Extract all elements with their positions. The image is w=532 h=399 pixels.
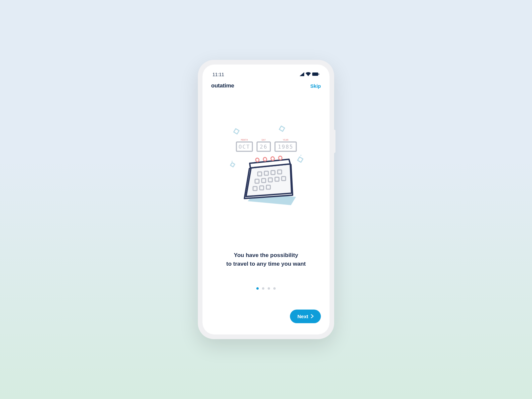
- footer: Next: [210, 310, 322, 327]
- next-button[interactable]: Next: [290, 310, 321, 323]
- value-year: 1985: [278, 144, 294, 150]
- cellular-icon: [300, 72, 304, 77]
- value-day: 26: [260, 144, 267, 150]
- app-title: outatime: [211, 82, 234, 89]
- svg-rect-0: [312, 72, 318, 76]
- app-header: outatime Skip: [210, 80, 322, 89]
- label-day: DAY: [262, 139, 266, 141]
- status-bar: 11:11: [210, 70, 322, 80]
- next-button-label: Next: [297, 314, 308, 319]
- caption-line-2: to travel to any time you want: [214, 260, 318, 268]
- label-month: MONTH: [241, 139, 248, 141]
- pagination-dots: [210, 271, 322, 310]
- onboarding-illustration: MONTH OCT DAY 26 YEAR 1985: [210, 89, 322, 251]
- pagination-dot-4[interactable]: [273, 287, 276, 290]
- label-year: YEAR: [283, 139, 289, 141]
- value-month: OCT: [239, 144, 250, 150]
- chevron-right-icon: [311, 314, 314, 319]
- status-time: 11:11: [212, 72, 224, 77]
- skip-button[interactable]: Skip: [310, 83, 321, 89]
- pagination-dot-3[interactable]: [268, 287, 270, 290]
- svg-rect-1: [319, 73, 319, 75]
- status-icons: [300, 72, 320, 77]
- onboarding-caption: You have the possibility to travel to an…: [210, 251, 322, 271]
- pagination-dot-2[interactable]: [262, 287, 264, 290]
- phone-frame: 11:11 outatime Skip: [198, 60, 334, 339]
- pagination-dot-1[interactable]: [256, 287, 259, 290]
- caption-line-1: You have the possibility: [214, 251, 318, 260]
- phone-screen: 11:11 outatime Skip: [202, 65, 330, 334]
- wifi-icon: [306, 72, 311, 77]
- battery-icon: [312, 72, 320, 77]
